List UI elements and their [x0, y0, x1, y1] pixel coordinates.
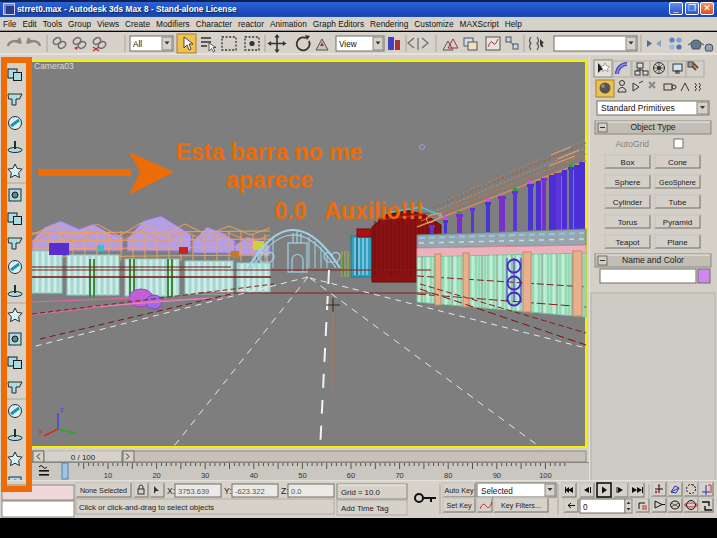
svg-text:Cylinder: Cylinder [613, 198, 643, 207]
svg-text:Plane: Plane [667, 238, 688, 247]
svg-text:Object Type: Object Type [630, 122, 675, 132]
svg-text:Sphere: Sphere [615, 178, 641, 187]
svg-text:90: 90 [493, 471, 501, 480]
svg-text:80: 80 [444, 471, 452, 480]
svg-text:z: z [60, 406, 64, 413]
svg-text:Key Filters...: Key Filters... [501, 501, 541, 510]
svg-text:Box: Box [621, 158, 635, 167]
svg-text:3753.639: 3753.639 [178, 487, 209, 496]
svg-text:Name and Color: Name and Color [622, 255, 684, 265]
svg-text:x: x [39, 428, 43, 435]
svg-text:Auxilio!!!: Auxilio!!! [324, 198, 424, 224]
svg-text:Y:: Y: [224, 486, 232, 496]
svg-text:60: 60 [347, 471, 355, 480]
svg-text:View: View [339, 40, 357, 49]
svg-text:Standard Primitives: Standard Primitives [601, 103, 675, 113]
svg-text:Set Key: Set Key [446, 501, 472, 510]
svg-text:Camera03: Camera03 [34, 61, 74, 71]
svg-text:20: 20 [152, 471, 160, 480]
svg-text:X:: X: [167, 486, 175, 496]
svg-text:Torus: Torus [618, 218, 638, 227]
svg-text:70: 70 [395, 471, 403, 480]
svg-text:Esta barra no me: Esta barra no me [176, 139, 363, 165]
svg-text:100: 100 [539, 471, 552, 480]
svg-text:50: 50 [298, 471, 306, 480]
svg-text:10: 10 [104, 471, 112, 480]
svg-text:Tube: Tube [669, 198, 687, 207]
svg-text:Teapot: Teapot [615, 238, 640, 247]
svg-text:0: 0 [583, 503, 588, 512]
svg-text:AutoGrid: AutoGrid [615, 139, 649, 149]
svg-text:Click or click-and-drag to sel: Click or click-and-drag to select object… [79, 503, 214, 512]
svg-text:Pyramid: Pyramid [663, 218, 692, 227]
svg-text:Auto Key: Auto Key [444, 486, 474, 495]
svg-text:GeoSphere: GeoSphere [659, 178, 696, 187]
svg-text:Add Time Tag: Add Time Tag [341, 504, 389, 513]
svg-text:aparece: aparece [226, 167, 313, 193]
svg-text:0.0: 0.0 [291, 487, 301, 496]
svg-text:None Selected: None Selected [80, 486, 127, 495]
svg-text:0 / 100: 0 / 100 [71, 453, 96, 462]
svg-text:0.0: 0.0 [275, 198, 307, 224]
svg-text:Cone: Cone [668, 158, 688, 167]
svg-text:Grid = 10.0: Grid = 10.0 [341, 488, 380, 497]
svg-text:Z:: Z: [281, 486, 289, 496]
svg-text:30: 30 [201, 471, 209, 480]
svg-text:-623.322: -623.322 [235, 487, 265, 496]
svg-text:Selected: Selected [481, 487, 513, 496]
svg-text:All: All [133, 40, 142, 49]
svg-text:40: 40 [250, 471, 258, 480]
